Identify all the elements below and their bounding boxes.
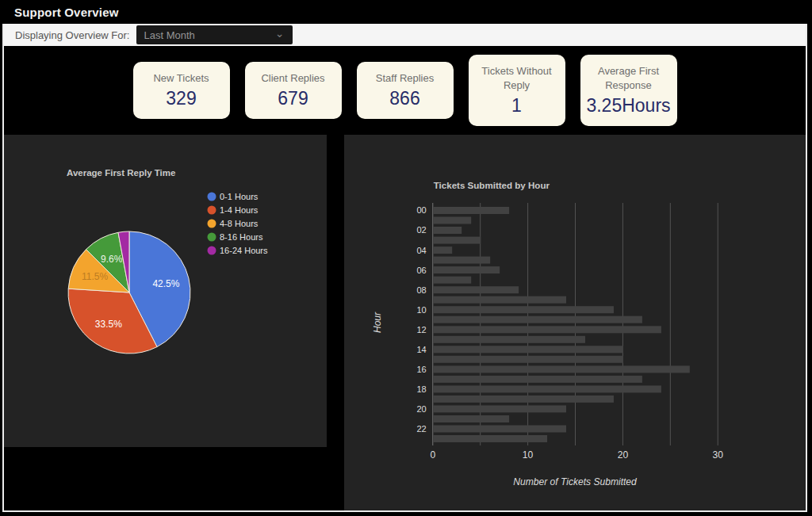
y-tick-label: 06 xyxy=(416,266,426,275)
x-tick-label: 10 xyxy=(523,449,534,461)
bar-hour-22[interactable] xyxy=(433,426,566,433)
bar-hour-00[interactable] xyxy=(433,207,509,214)
stat-card-value: 329 xyxy=(166,88,196,109)
stat-cards-row: New Tickets329Client Replies679Staff Rep… xyxy=(4,46,806,135)
pie-legend: 0-1 Hours1-4 Hours4-8 Hours8-16 Hours16-… xyxy=(208,192,269,255)
legend-swatch xyxy=(208,233,216,242)
bar-hour-01[interactable] xyxy=(433,217,471,224)
page-title: Support Overview xyxy=(14,6,812,19)
pie-slice-percent: 33.5% xyxy=(95,319,122,330)
content-frame: Displaying Overview For: Last Month ⌄ Ne… xyxy=(2,24,807,512)
bar-chart-title: Tickets Submitted by Hour xyxy=(434,181,550,190)
bar-chart-svg: Tickets Submitted by HourHour00020406081… xyxy=(344,135,806,510)
page-header: Support Overview xyxy=(0,0,812,24)
stat-card: Tickets Without Reply1 xyxy=(469,55,565,125)
bar-hour-02[interactable] xyxy=(433,227,462,234)
stat-card-value: 679 xyxy=(278,88,308,109)
bar-hour-17[interactable] xyxy=(433,376,642,383)
bar-chart-ylabel: Hour xyxy=(372,312,383,333)
bar-hour-16[interactable] xyxy=(433,365,690,373)
pie-slice-percent: 11.5% xyxy=(82,271,108,282)
charts-row: Average First Reply Time0-1 Hours1-4 Hou… xyxy=(4,135,806,510)
pie-chart-title: Average First Reply Time xyxy=(67,168,175,178)
pie-chart-svg: Average First Reply Time0-1 Hours1-4 Hou… xyxy=(4,135,327,447)
stat-card-label: Staff Replies xyxy=(376,71,434,86)
stat-card: Client Replies679 xyxy=(245,62,342,119)
pie xyxy=(68,231,190,354)
legend-swatch xyxy=(208,193,216,201)
stat-card-label: New Tickets xyxy=(153,71,209,86)
bar-hour-04[interactable] xyxy=(433,247,452,254)
stat-card-label: Average First Response xyxy=(584,64,674,92)
bar-hour-18[interactable] xyxy=(433,385,661,392)
bar-hour-11[interactable] xyxy=(433,316,642,323)
y-tick-label: 08 xyxy=(416,285,426,295)
stat-card-value: 1 xyxy=(511,95,522,117)
y-tick-label: 22 xyxy=(416,424,426,434)
bars xyxy=(433,207,690,442)
y-tick-label: 14 xyxy=(416,345,426,354)
bar-chart-panel: Tickets Submitted by HourHour00020406081… xyxy=(344,135,806,510)
bar-hour-19[interactable] xyxy=(433,396,614,403)
x-tick-label: 30 xyxy=(713,449,724,461)
legend-swatch xyxy=(208,206,216,215)
bar-hour-07[interactable] xyxy=(433,277,471,284)
overview-period-value: Last Month xyxy=(144,29,195,41)
legend-label: 1-4 Hours xyxy=(220,205,259,215)
bar-hour-06[interactable] xyxy=(433,266,500,273)
bar-hour-08[interactable] xyxy=(433,286,519,293)
filter-bar: Displaying Overview For: Last Month ⌄ xyxy=(4,24,806,46)
bar-hour-12[interactable] xyxy=(433,326,661,333)
bar-hour-23[interactable] xyxy=(433,435,547,442)
legend-label: 16-24 Hours xyxy=(220,246,268,255)
legend-label: 8-16 Hours xyxy=(220,232,263,242)
stat-card-label: Tickets Without Reply xyxy=(472,64,562,92)
bar-hour-15[interactable] xyxy=(433,356,623,363)
x-tick-label: 20 xyxy=(618,449,629,461)
y-tick-label: 04 xyxy=(416,246,426,255)
pie-chart-panel: Average First Reply Time0-1 Hours1-4 Hou… xyxy=(4,135,327,447)
bar-hour-20[interactable] xyxy=(433,405,566,412)
pie-slice-percent: 9.6% xyxy=(101,254,123,265)
bar-hour-05[interactable] xyxy=(433,257,490,264)
bar-hour-03[interactable] xyxy=(433,237,481,244)
y-tick-label: 10 xyxy=(416,305,426,315)
pie-slice-percent: 42.5% xyxy=(152,278,179,289)
y-tick-label: 12 xyxy=(416,325,426,334)
overview-period-select[interactable]: Last Month ⌄ xyxy=(136,25,293,44)
y-tick-label: 16 xyxy=(416,365,426,374)
bar-hour-10[interactable] xyxy=(433,306,614,313)
legend-swatch xyxy=(208,220,216,228)
bar-hour-14[interactable] xyxy=(433,346,623,353)
y-tick-label: 18 xyxy=(416,384,426,394)
legend-label: 0-1 Hours xyxy=(220,192,259,201)
y-tick-label: 20 xyxy=(416,404,426,414)
y-tick-label: 00 xyxy=(416,206,426,216)
bar-hour-13[interactable] xyxy=(433,336,585,343)
bar-hour-09[interactable] xyxy=(433,296,566,304)
bar-chart-xlabel: Number of Tickets Submitted xyxy=(513,476,638,487)
bar-hour-21[interactable] xyxy=(433,415,509,422)
x-tick-labels: 0102030 xyxy=(430,449,723,461)
stat-card: Staff Replies866 xyxy=(357,62,454,119)
legend-label: 4-8 Hours xyxy=(220,219,259,228)
y-tick-labels: 000204060810121416182022 xyxy=(416,206,426,434)
stat-card: Average First Response3.25Hours xyxy=(580,55,677,125)
stat-card-value: 866 xyxy=(389,88,419,109)
filter-label: Displaying Overview For: xyxy=(15,29,130,41)
stat-card-label: Client Replies xyxy=(261,71,324,86)
x-tick-label: 0 xyxy=(430,449,435,461)
stat-card-value: 3.25Hours xyxy=(586,95,670,117)
legend-swatch xyxy=(208,247,216,255)
y-tick-label: 02 xyxy=(416,226,426,235)
stat-card: New Tickets329 xyxy=(133,62,230,119)
